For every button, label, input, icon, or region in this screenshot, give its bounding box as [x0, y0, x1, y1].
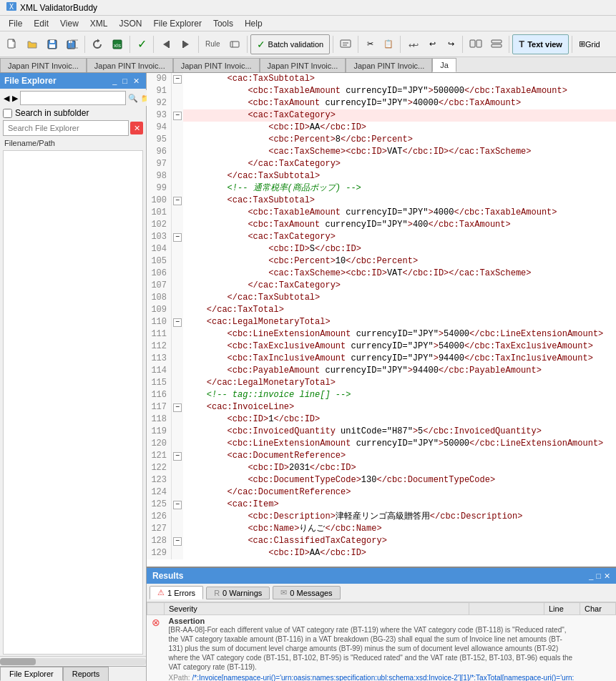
- file-tab-1[interactable]: Japan PINT Invoic...: [87, 58, 173, 72]
- open-button[interactable]: [23, 34, 41, 54]
- fe-search-box-input[interactable]: [3, 120, 129, 136]
- validate-button[interactable]: ✓: [133, 34, 150, 54]
- line-gutter-115: [172, 377, 183, 389]
- reload-button[interactable]: [88, 34, 107, 54]
- xml-line-90: 90− <cac:TaxSubtotal>: [147, 73, 616, 85]
- menu-view[interactable]: View: [54, 17, 84, 30]
- menu-file-explorer[interactable]: File Explorer: [148, 17, 207, 30]
- menu-file[interactable]: File: [3, 17, 28, 30]
- line-content-101: <cbc:TaxableAmount currencyID="JPY">4000…: [183, 207, 560, 219]
- next-error-button[interactable]: [177, 34, 195, 54]
- toolbar-sep-10: [509, 36, 509, 53]
- fold-button-121[interactable]: −: [173, 452, 182, 461]
- fold-button-90[interactable]: −: [173, 75, 182, 84]
- tab-messages[interactable]: ✉ 0 Messages: [273, 586, 340, 599]
- copy-button[interactable]: ✂: [361, 34, 378, 54]
- schema-button[interactable]: [225, 34, 244, 54]
- menu-edit[interactable]: Edit: [28, 17, 54, 30]
- fold-button-100[interactable]: −: [173, 197, 182, 205]
- fe-hscroll-thumb[interactable]: [0, 658, 36, 665]
- line-gutter-116: [172, 389, 183, 401]
- menu-json[interactable]: JSON: [114, 17, 148, 30]
- undo-more-button[interactable]: ↩↩: [404, 34, 422, 54]
- maximize-button[interactable]: □: [120, 76, 129, 87]
- fe-hscroll[interactable]: [0, 656, 146, 666]
- fe-search-button[interactable]: 🔍: [127, 90, 139, 106]
- fold-button-93[interactable]: −: [173, 112, 182, 120]
- schema-view-button[interactable]: [336, 34, 355, 54]
- line-number-95: 95: [147, 134, 172, 146]
- line-content-110: <cac:LegalMonetaryTotal>: [183, 316, 333, 328]
- paste-button[interactable]: 📋: [380, 34, 397, 54]
- file-tab-4[interactable]: Japan PINT Invoic...: [346, 58, 432, 72]
- fe-path-input[interactable]: [20, 91, 126, 105]
- results-data-table: Severity Line Char ⊗ Assertion: [147, 602, 616, 681]
- results-minimize-button[interactable]: _: [589, 572, 593, 581]
- file-tab-0[interactable]: Japan PINT Invoic...: [0, 58, 87, 72]
- file-tab-2[interactable]: Japan PINT Invoic...: [173, 58, 260, 72]
- fold-button-125[interactable]: −: [173, 501, 182, 509]
- fe-back-button[interactable]: ◀: [3, 90, 10, 106]
- results-maximize-button[interactable]: □: [596, 572, 601, 581]
- line-content-129: <cbc:ID>AA</cbc:ID>: [183, 547, 369, 559]
- app-icon: X: [6, 1, 17, 14]
- grid-view-button[interactable]: ⊞ Grid: [575, 34, 604, 54]
- menu-help[interactable]: Help: [239, 17, 268, 30]
- line-content-103: <cac:TaxCategory>: [183, 231, 338, 243]
- undo-button[interactable]: ↩: [424, 34, 441, 54]
- xml-line-99: 99 <!-- 通常税率(商品ポップ) -->: [147, 182, 616, 195]
- line-gutter-124: [172, 486, 183, 499]
- redo-button[interactable]: ↪: [442, 34, 459, 54]
- tool-btn-2[interactable]: [487, 34, 506, 54]
- menu-tools[interactable]: Tools: [207, 17, 239, 30]
- line-content-98: </cac:TaxSubtotal>: [183, 170, 323, 182]
- line-number-114: 114: [147, 365, 172, 377]
- file-tab-3[interactable]: Japan PINT Invoic...: [260, 58, 346, 72]
- fe-forward-button[interactable]: ▶: [11, 90, 19, 106]
- line-gutter-120: [172, 438, 183, 450]
- results-close-button[interactable]: ✕: [604, 572, 610, 581]
- fold-button-117[interactable]: −: [173, 403, 182, 412]
- xpath-label: XPath:: [169, 674, 190, 681]
- xls-button[interactable]: xls: [108, 34, 127, 54]
- line-number-129: 129: [147, 547, 172, 559]
- minimize-button[interactable]: _: [110, 76, 119, 87]
- fold-button-103[interactable]: −: [173, 233, 182, 242]
- line-content-126: <cbc:Description>津軽産リンゴ高級贈答用</cbc:Descri…: [183, 511, 525, 523]
- text-view-button[interactable]: T Text view: [512, 34, 569, 54]
- save-all-button[interactable]: [63, 34, 82, 54]
- col-char-header: Char: [580, 603, 616, 615]
- tab-file-explorer[interactable]: File Explorer: [0, 667, 63, 681]
- line-gutter-94: [172, 122, 183, 134]
- toolbar-sep-5: [247, 36, 248, 53]
- col-severity-header: Severity: [165, 603, 469, 615]
- save-button[interactable]: [43, 34, 62, 54]
- result-row-0[interactable]: ⊗ Assertion [BR-AA-08]-For each differen…: [147, 615, 616, 682]
- tab-errors[interactable]: ⚠ 1 Errors: [150, 586, 203, 599]
- file-tab-5[interactable]: Ja: [432, 58, 456, 72]
- line-content-107: </cac:TaxCategory>: [183, 280, 343, 292]
- rule-button[interactable]: Rule: [202, 34, 224, 54]
- line-content-112: <cbc:TaxExclusiveAmount currencyID="JPY"…: [183, 340, 596, 353]
- xml-line-118: 118 <cbc:ID>1</cbc:ID>: [147, 413, 616, 426]
- prev-error-button[interactable]: [157, 34, 175, 54]
- line-content-127: <cbc:Name>りんご</cbc:Name>: [183, 523, 385, 535]
- close-button[interactable]: ✕: [131, 76, 142, 87]
- xml-line-112: 112 <cbc:TaxExclusiveAmount currencyID="…: [147, 340, 616, 353]
- menu-xml[interactable]: XML: [84, 17, 114, 30]
- line-gutter-95: [172, 134, 183, 146]
- batch-validation-button[interactable]: ✓ Batch validation: [250, 34, 331, 54]
- fe-clear-search-button[interactable]: ✕: [130, 122, 143, 134]
- fe-tree[interactable]: [3, 150, 143, 655]
- tab-reports[interactable]: Reports: [63, 667, 109, 681]
- toolbar-sep-7: [358, 36, 358, 53]
- tool-btn-1[interactable]: [466, 34, 486, 54]
- xml-line-107: 107 </cac:TaxCategory>: [147, 280, 616, 292]
- new-button[interactable]: [3, 34, 21, 54]
- fold-button-110[interactable]: −: [173, 318, 182, 327]
- tab-warnings[interactable]: R 0 Warnings: [206, 587, 270, 599]
- xml-editor[interactable]: 90− <cac:TaxSubtotal>91 <cbc:TaxableAmou…: [147, 73, 616, 567]
- subfolder-checkbox[interactable]: [3, 109, 12, 118]
- fold-button-128[interactable]: −: [173, 537, 182, 546]
- xml-line-113: 113 <cbc:TaxInclusiveAmount currencyID="…: [147, 353, 616, 365]
